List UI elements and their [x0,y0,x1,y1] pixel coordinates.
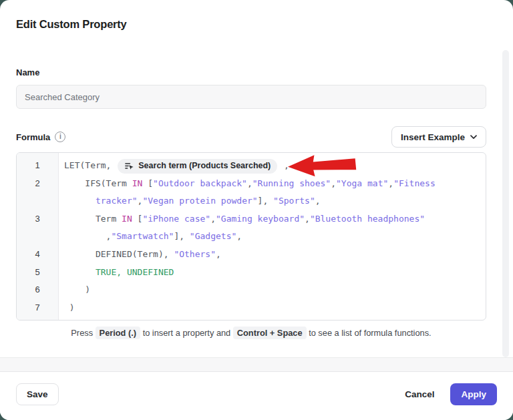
editor-hint: Press Period (.) to insert a property an… [16,328,486,338]
formula-code[interactable]: LET(Term, Search term (Products Searched… [59,153,486,320]
line-number: 3 [17,210,58,228]
code-row: LET(Term, Search term (Products Searched… [64,157,486,175]
modal-footer: Save Cancel Apply [0,371,513,420]
line-number [17,192,58,210]
code-row: ) [64,281,486,299]
name-label: Name [16,67,39,77]
info-circle-icon[interactable]: i [55,132,65,142]
name-input[interactable] [16,85,486,109]
line-number: 5 [17,264,58,282]
insert-example-label: Insert Example [401,132,465,142]
page-title: Edit Custom Property [16,18,127,31]
cancel-button[interactable]: Cancel [403,383,436,405]
line-number: 6 [17,281,58,299]
keyboard-shortcut: Period (.) [96,327,140,339]
scrollbar[interactable] [502,50,509,357]
apply-button[interactable]: Apply [450,383,497,405]
formula-editor[interactable]: 1234567 LET(Term, Search term (Products … [16,152,486,321]
property-chip[interactable]: Search term (Products Searched) [118,159,277,174]
line-number: 7 [17,299,58,317]
line-number: 4 [17,246,58,264]
code-row: Term IN ["iPhone case","Gaming keyboard"… [64,210,486,228]
formula-header: Formula i Insert Example [16,126,486,148]
code-row: DEFINED(Term), "Others", [64,246,486,264]
line-number: 2 [17,175,58,193]
formula-label: Formula [16,132,50,142]
code-row: ) [64,299,486,317]
line-number: 1 [17,157,58,175]
code-row: tracker","Vegan protein powder"], "Sport… [64,192,486,210]
chevron-down-icon [470,135,477,140]
code-row: TRUE, UNDEFINED [64,264,486,282]
line-number-gutter: 1234567 [17,153,59,320]
line-number [17,228,58,246]
save-button[interactable]: Save [16,383,59,405]
keyboard-shortcut: Control + Space [233,327,307,339]
code-row: ,"Smartwatch"], "Gadgets", [64,228,486,246]
property-chip-label: Search term (Products Searched) [138,157,271,175]
insert-example-button[interactable]: Insert Example [391,126,486,148]
code-row: IFS(Term IN ["Outdoor backpack","Running… [64,175,486,193]
event-property-icon [124,161,134,171]
footer-divider [0,357,513,371]
edit-custom-property-modal: Edit Custom Property Name Formula i Inse… [0,0,513,420]
